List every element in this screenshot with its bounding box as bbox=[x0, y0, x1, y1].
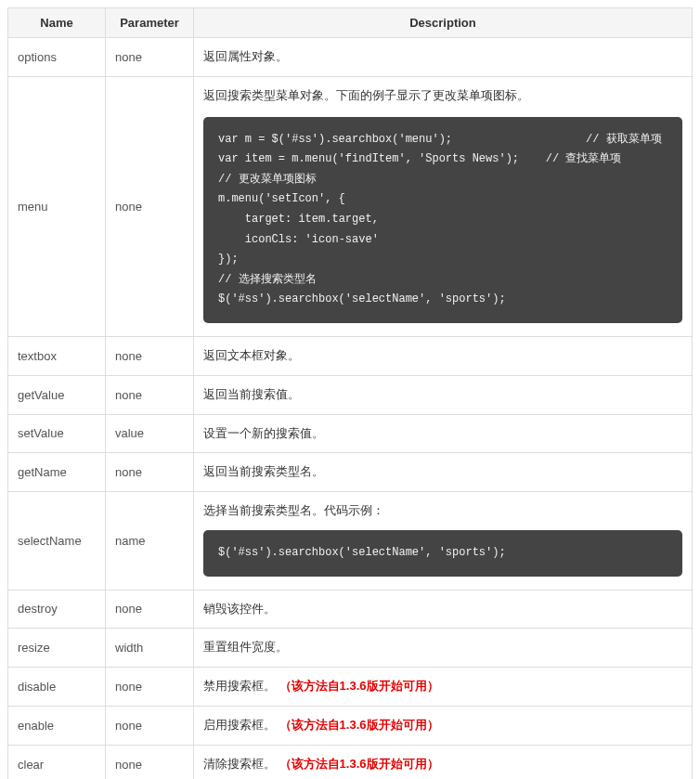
cell-description: 清除搜索框。 （该方法自1.3.6版开始可用） bbox=[194, 745, 693, 779]
table-row: menunone返回搜索类型菜单对象。下面的例子显示了更改菜单项图标。var m… bbox=[8, 76, 693, 336]
description-text: 返回搜索类型菜单对象。下面的例子显示了更改菜单项图标。 bbox=[203, 88, 529, 102]
cell-description: 启用搜索框。 （该方法自1.3.6版开始可用） bbox=[194, 706, 693, 745]
cell-parameter: none bbox=[106, 453, 194, 492]
cell-method-name: enable bbox=[8, 706, 106, 745]
table-row: disablenone禁用搜索框。 （该方法自1.3.6版开始可用） bbox=[8, 668, 693, 707]
cell-parameter: name bbox=[106, 492, 194, 590]
cell-parameter: none bbox=[106, 745, 194, 779]
table-row: getValuenone返回当前搜索值。 bbox=[8, 375, 693, 414]
cell-description: 返回当前搜索值。 bbox=[194, 375, 693, 414]
version-note: （该方法自1.3.6版开始可用） bbox=[276, 679, 439, 693]
cell-method-name: destroy bbox=[8, 590, 106, 629]
table-row: textboxnone返回文本框对象。 bbox=[8, 336, 693, 375]
version-note: （该方法自1.3.6版开始可用） bbox=[276, 757, 439, 771]
table-row: enablenone启用搜索框。 （该方法自1.3.6版开始可用） bbox=[8, 706, 693, 745]
cell-description: 返回搜索类型菜单对象。下面的例子显示了更改菜单项图标。var m = $('#s… bbox=[194, 76, 693, 336]
table-row: setValuevalue设置一个新的搜索值。 bbox=[8, 414, 693, 453]
cell-description: 销毁该控件。 bbox=[194, 590, 693, 629]
description-text: 清除搜索框。 bbox=[203, 757, 276, 771]
cell-description: 设置一个新的搜索值。 bbox=[194, 414, 693, 453]
cell-method-name: resize bbox=[8, 629, 106, 668]
cell-method-name: getName bbox=[8, 453, 106, 492]
table-row: clearnone清除搜索框。 （该方法自1.3.6版开始可用） bbox=[8, 745, 693, 779]
table-header-row: Name Parameter Description bbox=[8, 8, 693, 38]
cell-method-name: disable bbox=[8, 668, 106, 707]
header-name: Name bbox=[8, 8, 106, 38]
cell-description: 返回当前搜索类型名。 bbox=[194, 453, 693, 492]
version-note: （该方法自1.3.6版开始可用） bbox=[276, 718, 439, 732]
description-text: 返回当前搜索类型名。 bbox=[203, 464, 324, 478]
cell-method-name: setValue bbox=[8, 414, 106, 453]
cell-method-name: textbox bbox=[8, 336, 106, 375]
cell-parameter: none bbox=[106, 76, 194, 336]
description-text: 选择当前搜索类型名。代码示例： bbox=[203, 503, 384, 517]
description-text: 重置组件宽度。 bbox=[203, 640, 288, 654]
cell-parameter: none bbox=[106, 590, 194, 629]
header-parameter: Parameter bbox=[106, 8, 194, 38]
description-text: 禁用搜索框。 bbox=[203, 679, 276, 693]
cell-parameter: none bbox=[106, 706, 194, 745]
table-body: optionsnone返回属性对象。menunone返回搜索类型菜单对象。下面的… bbox=[8, 38, 693, 780]
cell-parameter: value bbox=[106, 414, 194, 453]
table-row: optionsnone返回属性对象。 bbox=[8, 38, 693, 77]
cell-parameter: none bbox=[106, 336, 194, 375]
description-text: 返回属性对象。 bbox=[203, 49, 288, 63]
cell-method-name: getValue bbox=[8, 375, 106, 414]
cell-method-name: menu bbox=[8, 76, 106, 336]
table-row: getNamenone返回当前搜索类型名。 bbox=[8, 453, 693, 492]
header-description: Description bbox=[194, 8, 693, 38]
cell-parameter: none bbox=[106, 668, 194, 707]
cell-description: 重置组件宽度。 bbox=[194, 629, 693, 668]
description-text: 设置一个新的搜索值。 bbox=[203, 426, 324, 440]
cell-parameter: none bbox=[106, 38, 194, 77]
cell-method-name: selectName bbox=[8, 492, 106, 590]
cell-description: 返回文本框对象。 bbox=[194, 336, 693, 375]
table-row: resizewidth重置组件宽度。 bbox=[8, 629, 693, 668]
table-row: selectNamename选择当前搜索类型名。代码示例：$('#ss').se… bbox=[8, 492, 693, 590]
description-text: 返回当前搜索值。 bbox=[203, 387, 300, 401]
cell-method-name: options bbox=[8, 38, 106, 77]
code-block: $('#ss').searchbox('selectName', 'sports… bbox=[203, 530, 682, 577]
cell-description: 禁用搜索框。 （该方法自1.3.6版开始可用） bbox=[194, 668, 693, 707]
description-text: 销毁该控件。 bbox=[203, 602, 276, 616]
api-methods-table: Name Parameter Description optionsnone返回… bbox=[7, 7, 693, 779]
cell-method-name: clear bbox=[8, 745, 106, 779]
cell-parameter: none bbox=[106, 375, 194, 414]
cell-description: 选择当前搜索类型名。代码示例：$('#ss').searchbox('selec… bbox=[194, 492, 693, 590]
cell-description: 返回属性对象。 bbox=[194, 38, 693, 77]
description-text: 启用搜索框。 bbox=[203, 718, 276, 732]
table-row: destroynone销毁该控件。 bbox=[8, 590, 693, 629]
description-text: 返回文本框对象。 bbox=[203, 348, 300, 362]
cell-parameter: width bbox=[106, 629, 194, 668]
code-block: var m = $('#ss').searchbox('menu'); // 获… bbox=[203, 117, 682, 323]
